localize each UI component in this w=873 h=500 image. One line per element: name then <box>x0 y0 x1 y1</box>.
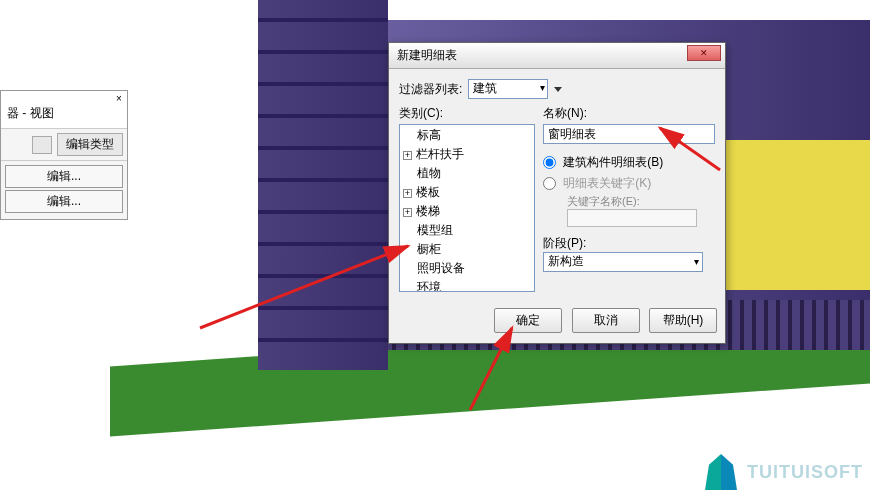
properties-panel: × 器 - 视图 编辑类型 编辑... 编辑... <box>0 90 128 220</box>
radio-building-schedule[interactable] <box>543 156 556 169</box>
category-item[interactable]: 模型组 <box>401 221 533 240</box>
watermark-icon <box>701 454 741 490</box>
panel-icon-1[interactable] <box>32 136 52 154</box>
category-label: 类别(C): <box>399 105 535 122</box>
category-item[interactable]: +栏杆扶手 <box>401 145 533 164</box>
cancel-button[interactable]: 取消 <box>572 308 640 333</box>
phase-dropdown[interactable]: 新构造 <box>543 252 703 272</box>
category-item[interactable]: 照明设备 <box>401 259 533 278</box>
watermark-text: TUITUISOFT <box>747 462 863 483</box>
radio-schedule-key[interactable] <box>543 177 556 190</box>
category-listbox[interactable]: 标高+栏杆扶手植物+楼板+楼梯模型组橱柜照明设备环境电气装置电气设备窗组成部分结… <box>399 124 535 292</box>
category-item[interactable]: +楼梯 <box>401 202 533 221</box>
expand-icon[interactable]: + <box>403 189 412 198</box>
watermark: TUITUISOFT <box>701 454 863 490</box>
category-item[interactable]: 标高 <box>401 126 533 145</box>
expand-icon[interactable]: + <box>403 151 412 160</box>
panel-title: 器 - 视图 <box>1 91 127 129</box>
edit-button-1[interactable]: 编辑... <box>5 165 123 188</box>
category-item[interactable]: +楼板 <box>401 183 533 202</box>
dialog-close-button[interactable]: ✕ <box>687 45 721 61</box>
name-field[interactable] <box>543 124 715 144</box>
filter-dropdown[interactable]: 建筑 <box>468 79 548 99</box>
category-item[interactable]: 植物 <box>401 164 533 183</box>
new-schedule-dialog: 新建明细表 ✕ 过滤器列表: 建筑 类别(C): 标高+栏杆扶手植物+楼板+楼梯… <box>388 42 726 344</box>
category-item[interactable]: 橱柜 <box>401 240 533 259</box>
category-item[interactable]: 环境 <box>401 278 533 292</box>
edit-button-2[interactable]: 编辑... <box>5 190 123 213</box>
name-label: 名称(N): <box>543 105 715 122</box>
key-name-label: 关键字名称(E): <box>543 194 715 209</box>
filter-label: 过滤器列表: <box>399 81 462 98</box>
phase-label: 阶段(P): <box>543 235 715 252</box>
close-icon[interactable]: × <box>113 93 125 105</box>
expand-icon[interactable]: + <box>403 208 412 217</box>
chevron-down-icon[interactable] <box>554 87 562 92</box>
help-button[interactable]: 帮助(H) <box>649 308 717 333</box>
dialog-titlebar[interactable]: 新建明细表 ✕ <box>389 43 725 69</box>
key-name-field <box>567 209 697 227</box>
ok-button[interactable]: 确定 <box>494 308 562 333</box>
edit-type-button[interactable]: 编辑类型 <box>57 133 123 156</box>
dialog-title-text: 新建明细表 <box>397 48 457 62</box>
